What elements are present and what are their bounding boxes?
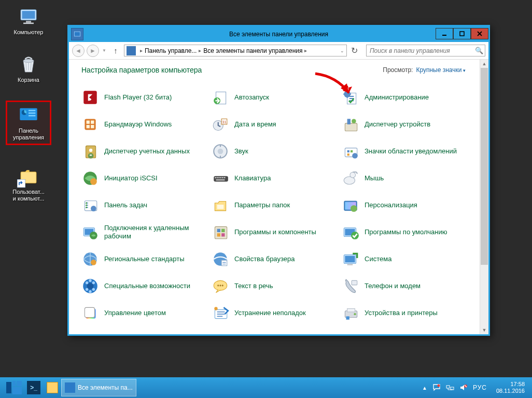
search-input[interactable] (367, 47, 473, 54)
control-panel-item[interactable]: Программы и компоненты (212, 222, 337, 242)
control-panel-item[interactable]: Свойства браузера (212, 249, 337, 269)
refresh-button[interactable]: ↻ (348, 45, 361, 56)
close-button[interactable] (471, 28, 488, 39)
desktop-icon-trash[interactable]: Корзина (8, 54, 49, 83)
svg-point-83 (92, 281, 95, 284)
taskbar-control-panel-window[interactable]: Все элементы па... (61, 379, 136, 396)
scroll-up-button[interactable]: ▲ (480, 60, 488, 68)
control-panel-item[interactable]: Устройства и принтеры (342, 303, 467, 323)
tray-overflow-button[interactable]: ▲ (422, 385, 427, 391)
svg-rect-78 (345, 256, 355, 263)
control-panel-item[interactable]: Мышь (342, 168, 467, 188)
nav-up-button[interactable]: ↑ (109, 45, 122, 57)
control-panel-item[interactable]: Flash Player (32 бита) (81, 88, 206, 107)
item-icon (81, 143, 99, 160)
scroll-thumb[interactable] (481, 68, 488, 265)
item-label: Свойства браузера (234, 255, 295, 263)
svg-rect-68 (217, 233, 220, 236)
svg-rect-32 (347, 119, 351, 124)
svg-point-96 (214, 307, 217, 310)
view-mode-dropdown[interactable]: Крупные значки (416, 66, 466, 74)
svg-point-84 (86, 288, 88, 291)
control-panel-item[interactable]: Диспетчер учетных данных (81, 141, 206, 161)
svg-rect-24 (87, 121, 90, 124)
control-panel-item[interactable]: Персонализация (342, 195, 467, 215)
start-button[interactable] (3, 379, 24, 396)
breadcrumb-separator[interactable]: ▸ (138, 48, 145, 53)
window-title: Все элементы панели управления (69, 31, 488, 38)
search-box[interactable]: 🔍 (366, 45, 485, 56)
control-panel-item[interactable]: Клавиатура (212, 168, 337, 188)
control-panel-item[interactable]: Управление цветом (81, 303, 206, 323)
control-panel-item[interactable]: Диспетчер устройств (342, 115, 467, 134)
control-panel-item[interactable]: Звук (212, 141, 337, 161)
desktop-icon-label: Корзина (8, 77, 49, 83)
control-panel-item[interactable]: Администрирование (342, 88, 467, 107)
desktop-icon-label: Пользоват...и компьют... (8, 189, 49, 202)
tray-network-icon[interactable] (446, 383, 454, 392)
desktop-icon-computer[interactable]: Компьютер (8, 6, 49, 36)
taskbar-button-label: Все элементы па... (78, 384, 133, 391)
svg-rect-25 (91, 121, 94, 124)
titlebar[interactable]: Все элементы панели управления (69, 26, 488, 42)
tray-volume-icon[interactable] (459, 383, 468, 392)
control-panel-item[interactable]: Подключения к удаленным рабочим (81, 222, 206, 242)
control-panel-item[interactable]: Телефон и модем (342, 276, 467, 296)
control-panel-item[interactable]: Инициатор iSCSI (81, 168, 206, 188)
item-icon (212, 196, 229, 214)
control-panel-item[interactable]: Устранение неполадок (212, 303, 337, 323)
search-icon[interactable]: 🔍 (473, 47, 485, 54)
control-panel-item[interactable]: Текст в речь (212, 276, 337, 296)
svg-point-55 (350, 172, 356, 178)
svg-rect-98 (347, 309, 355, 312)
item-label: Администрирование (365, 93, 429, 102)
computer-icon (18, 6, 39, 27)
item-icon (212, 304, 229, 322)
taskbar: >_ Все элементы па... ▲ РУС 17:58 08.11.… (0, 377, 532, 398)
breadcrumb-separator[interactable]: ▸ (197, 48, 203, 53)
maximize-button[interactable] (453, 28, 471, 39)
scroll-down-button[interactable]: ▼ (480, 326, 488, 334)
taskbar-pinned-explorer[interactable] (44, 379, 61, 396)
desktop-icon-control-panel[interactable]: Панель управления (8, 103, 49, 143)
breadcrumb-dropdown[interactable]: ⌄ (338, 48, 346, 53)
breadcrumb-segment[interactable]: Панель управле... (145, 47, 197, 54)
scrollbar[interactable]: ▲ ▼ (480, 60, 488, 334)
breadcrumb-separator[interactable]: ▸ (302, 48, 309, 53)
item-label: Подключения к удаленным рабочим (104, 224, 206, 240)
control-panel-item[interactable]: Брандмауэр Windows (81, 115, 206, 134)
svg-rect-1 (22, 11, 35, 19)
taskbar-clock[interactable]: 17:58 08.11.2016 (492, 381, 529, 394)
item-icon (81, 304, 99, 322)
taskbar-pinned-powershell[interactable]: >_ (24, 379, 44, 396)
item-icon (81, 277, 99, 295)
item-icon (212, 277, 229, 295)
svg-rect-105 (17, 381, 22, 386)
tray-action-center-icon[interactable] (432, 383, 441, 392)
nav-forward-button[interactable]: ► (87, 45, 99, 57)
control-panel-item[interactable]: Система (342, 249, 467, 269)
control-panel-item[interactable]: Параметры папок (212, 195, 337, 215)
item-icon (81, 89, 99, 106)
control-panel-item[interactable]: Региональные стандарты (81, 249, 206, 269)
control-panel-item[interactable]: Панель задач (81, 195, 206, 215)
window-system-icon[interactable] (71, 28, 83, 40)
svg-point-61 (351, 205, 357, 212)
nav-back-button[interactable]: ◄ (72, 45, 85, 57)
svg-rect-27 (91, 125, 94, 128)
nav-history-dropdown[interactable]: ▼ (101, 48, 107, 53)
language-indicator[interactable]: РУС (473, 384, 487, 391)
control-panel-item[interactable]: Специальные возможности (81, 276, 206, 296)
desktop-icon-label: Панель управления (8, 127, 49, 141)
svg-rect-42 (351, 150, 353, 152)
control-panel-window: Все элементы панели управления ◄ ► ▼ ↑ ▸… (67, 25, 490, 336)
breadcrumb-segment[interactable]: Все элементы панели управления (203, 47, 302, 54)
desktop-icon-users-computers[interactable]: Пользоват...и компьют... (8, 166, 49, 202)
item-label: Автозапуск (234, 93, 269, 102)
minimize-button[interactable] (436, 28, 453, 39)
control-panel-item[interactable]: 31Дата и время (212, 115, 337, 134)
breadcrumb[interactable]: ▸ Панель управле... ▸ Все элементы панел… (124, 45, 347, 56)
control-panel-item[interactable]: Программы по умолчанию (342, 222, 467, 242)
control-panel-icon (18, 105, 39, 125)
control-panel-item[interactable]: Значки области уведомлений (342, 141, 467, 161)
